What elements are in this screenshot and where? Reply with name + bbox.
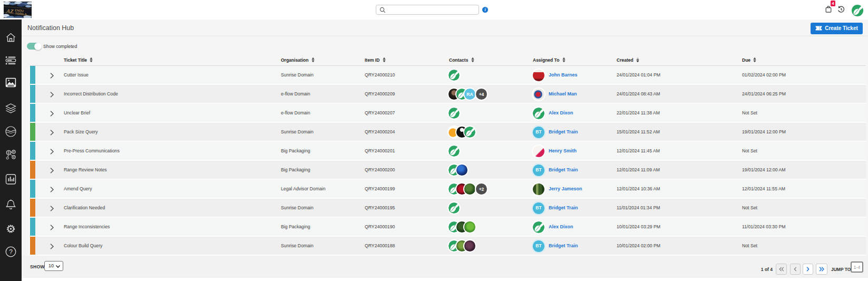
svg-text:AZ: AZ	[6, 8, 14, 14]
svg-text:?: ?	[9, 248, 13, 256]
